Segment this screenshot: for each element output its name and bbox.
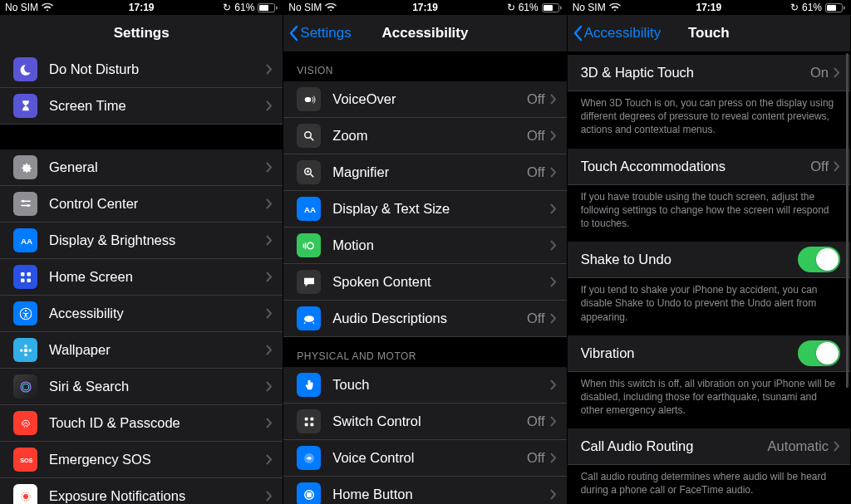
accessibility-icon bbox=[13, 301, 37, 325]
row-label: Accessibility bbox=[49, 306, 266, 321]
svg-rect-10 bbox=[21, 278, 25, 282]
row-screen-time[interactable]: Screen Time bbox=[0, 88, 283, 125]
row-label: Home Button bbox=[332, 487, 549, 502]
sos-icon: SOS bbox=[13, 448, 37, 472]
chevron-left-icon bbox=[288, 25, 298, 42]
row-3d-haptic[interactable]: 3D & Haptic Touch On bbox=[568, 55, 850, 91]
row-display-brightness[interactable]: AA Display & Brightness bbox=[0, 223, 283, 259]
nav-bar: Accessibility Touch bbox=[568, 15, 850, 51]
flower-icon bbox=[13, 338, 37, 362]
chevron-right-icon bbox=[550, 489, 557, 500]
row-home-screen[interactable]: Home Screen bbox=[0, 259, 283, 296]
motor-header: PHYSICAL AND MOTOR bbox=[283, 337, 566, 367]
back-label: Accessibility bbox=[584, 25, 662, 42]
svg-point-20 bbox=[22, 384, 29, 390]
chevron-right-icon bbox=[550, 453, 557, 463]
svg-point-14 bbox=[23, 348, 27, 352]
switch-control-icon bbox=[297, 409, 321, 433]
row-shake-to-undo[interactable]: Shake to Undo bbox=[568, 242, 850, 278]
row-siri-search[interactable]: Siri & Search bbox=[0, 369, 283, 405]
row-motion[interactable]: Motion bbox=[283, 228, 566, 264]
row-control-center[interactable]: Control Center bbox=[0, 186, 283, 223]
routing-description: Call audio routing determines where audi… bbox=[568, 465, 850, 504]
haptic-description: When 3D Touch is on, you can press on th… bbox=[568, 91, 850, 149]
row-do-not-disturb[interactable]: Do Not Disturb bbox=[0, 51, 283, 88]
svg-text:AA: AA bbox=[304, 204, 316, 213]
row-wallpaper[interactable]: Wallpaper bbox=[0, 332, 283, 369]
row-label: Touch Accommodations bbox=[581, 159, 811, 174]
row-label: Wallpaper bbox=[49, 342, 266, 358]
siri-icon bbox=[13, 374, 37, 399]
row-display-text-size[interactable]: AA Display & Text Size bbox=[283, 191, 566, 228]
row-switch-control[interactable]: Switch Control Off bbox=[283, 404, 566, 440]
speech-bubble-icon bbox=[297, 270, 321, 294]
row-label: Magnifier bbox=[332, 164, 527, 180]
row-voice-control[interactable]: Voice Control Off bbox=[283, 440, 566, 477]
row-voiceover[interactable]: VoiceOver Off bbox=[283, 81, 566, 118]
chevron-right-icon bbox=[550, 276, 557, 287]
row-touch[interactable]: Touch bbox=[283, 367, 566, 404]
row-touch-id[interactable]: Touch ID & Passcode bbox=[0, 405, 283, 442]
row-call-audio-routing[interactable]: Call Audio Routing Automatic bbox=[568, 428, 850, 465]
row-general[interactable]: General bbox=[0, 149, 283, 186]
row-vibration[interactable]: Vibration bbox=[568, 335, 850, 372]
chevron-right-icon bbox=[266, 235, 273, 246]
row-exposure-notifications[interactable]: Exposure Notifications bbox=[0, 478, 283, 504]
accessibility-list: VISION VoiceOver Off Zoom Off Magnifier … bbox=[283, 51, 566, 504]
row-label: Do Not Disturb bbox=[49, 61, 266, 77]
nav-title: Accessibility bbox=[382, 25, 469, 42]
chevron-right-icon bbox=[834, 161, 840, 172]
row-label: Screen Time bbox=[49, 98, 266, 114]
row-label: Voice Control bbox=[332, 450, 527, 466]
text-size-icon: AA bbox=[297, 197, 321, 221]
chevron-right-icon bbox=[266, 162, 273, 173]
svg-point-34 bbox=[304, 316, 314, 322]
nav-title: Settings bbox=[114, 25, 170, 42]
svg-point-16 bbox=[24, 353, 27, 356]
chevron-left-icon bbox=[573, 25, 583, 42]
audio-desc-icon bbox=[297, 306, 321, 330]
row-touch-accommodations[interactable]: Touch Accommodations Off bbox=[568, 149, 850, 185]
back-button[interactable]: Accessibility bbox=[573, 25, 662, 42]
row-emergency-sos[interactable]: SOS Emergency SOS bbox=[0, 442, 283, 478]
chevron-right-icon bbox=[266, 64, 273, 75]
chevron-right-icon bbox=[266, 272, 273, 282]
chevron-right-icon bbox=[550, 94, 557, 105]
row-label: Home Screen bbox=[49, 269, 266, 285]
row-label: Siri & Search bbox=[49, 379, 266, 394]
row-value: On bbox=[810, 65, 829, 81]
clock: 17:19 bbox=[283, 2, 566, 13]
row-zoom[interactable]: Zoom Off bbox=[283, 118, 566, 154]
svg-point-13 bbox=[24, 310, 26, 311]
row-label: Emergency SOS bbox=[49, 452, 266, 467]
row-label: Motion bbox=[332, 237, 549, 253]
row-spoken-content[interactable]: Spoken Content bbox=[283, 264, 566, 301]
exposure-icon bbox=[13, 484, 37, 504]
chevron-right-icon bbox=[266, 418, 273, 428]
vibration-toggle[interactable] bbox=[798, 340, 840, 366]
row-label: VoiceOver bbox=[332, 91, 527, 107]
sliders-icon bbox=[13, 192, 37, 216]
vision-header: VISION bbox=[283, 51, 566, 81]
scroll-indicator bbox=[846, 53, 849, 388]
row-value: Off bbox=[527, 413, 545, 429]
row-audio-descriptions[interactable]: Audio Descriptions Off bbox=[283, 301, 566, 337]
voiceover-icon bbox=[297, 87, 321, 111]
row-home-button[interactable]: Home Button bbox=[283, 477, 566, 504]
row-magnifier[interactable]: Magnifier Off bbox=[283, 154, 566, 191]
row-label: Control Center bbox=[49, 196, 266, 212]
motion-icon bbox=[297, 233, 321, 257]
row-accessibility[interactable]: Accessibility bbox=[0, 296, 283, 332]
chevron-right-icon bbox=[550, 313, 557, 324]
chevron-right-icon bbox=[550, 130, 557, 141]
shake-toggle[interactable] bbox=[798, 247, 840, 272]
chevron-right-icon bbox=[266, 100, 273, 111]
back-button[interactable]: Settings bbox=[288, 25, 351, 42]
chevron-right-icon bbox=[550, 167, 557, 178]
row-label: Zoom bbox=[332, 128, 527, 144]
row-value: Off bbox=[527, 164, 545, 180]
row-label: Call Audio Routing bbox=[581, 438, 768, 454]
row-label: 3D & Haptic Touch bbox=[581, 65, 810, 81]
svg-rect-29 bbox=[305, 97, 312, 102]
row-value: Automatic bbox=[768, 438, 829, 454]
